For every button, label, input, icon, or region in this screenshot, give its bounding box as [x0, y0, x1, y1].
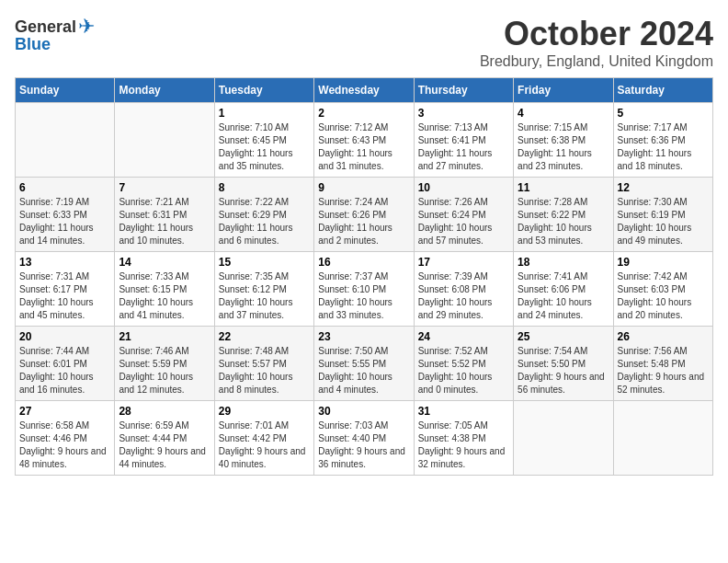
day-number: 26	[618, 330, 709, 343]
calendar-cell: 14Sunrise: 7:33 AM Sunset: 6:15 PM Dayli…	[115, 252, 214, 327]
day-number: 5	[618, 107, 709, 120]
day-number: 28	[119, 405, 210, 418]
weekday-header: Tuesday	[214, 78, 313, 103]
day-info: Sunrise: 7:50 AM Sunset: 5:55 PM Dayligh…	[318, 345, 409, 396]
day-info: Sunrise: 7:22 AM Sunset: 6:29 PM Dayligh…	[219, 196, 310, 247]
day-number: 24	[418, 330, 509, 343]
calendar-cell: 7Sunrise: 7:21 AM Sunset: 6:31 PM Daylig…	[115, 178, 214, 252]
day-info: Sunrise: 7:15 AM Sunset: 6:38 PM Dayligh…	[518, 121, 609, 173]
calendar-cell: 23Sunrise: 7:50 AM Sunset: 5:55 PM Dayli…	[314, 327, 414, 401]
day-info: Sunrise: 7:05 AM Sunset: 4:38 PM Dayligh…	[418, 419, 509, 471]
calendar-week-row: 13Sunrise: 7:31 AM Sunset: 6:17 PM Dayli…	[16, 252, 713, 327]
day-info: Sunrise: 7:10 AM Sunset: 6:45 PM Dayligh…	[219, 121, 310, 173]
day-number: 22	[219, 330, 310, 343]
day-number: 13	[19, 256, 110, 269]
day-number: 6	[19, 181, 110, 194]
day-number: 1	[219, 107, 310, 120]
logo-blue: Blue	[15, 35, 51, 54]
day-number: 12	[618, 181, 709, 194]
calendar-week-row: 1Sunrise: 7:10 AM Sunset: 6:45 PM Daylig…	[16, 103, 713, 178]
day-info: Sunrise: 7:56 AM Sunset: 5:48 PM Dayligh…	[618, 345, 709, 396]
day-info: Sunrise: 7:03 AM Sunset: 4:40 PM Dayligh…	[318, 419, 409, 471]
calendar-table: SundayMondayTuesdayWednesdayThursdayFrid…	[15, 77, 713, 476]
weekday-header: Wednesday	[314, 78, 414, 103]
day-info: Sunrise: 7:19 AM Sunset: 6:33 PM Dayligh…	[19, 196, 110, 247]
weekday-header: Monday	[115, 78, 214, 103]
day-number: 7	[119, 181, 210, 194]
calendar-cell	[514, 401, 613, 476]
day-number: 8	[219, 181, 310, 194]
calendar-cell: 21Sunrise: 7:46 AM Sunset: 5:59 PM Dayli…	[115, 327, 214, 401]
location-title: Bredbury, England, United Kingdom	[480, 53, 713, 70]
day-info: Sunrise: 7:01 AM Sunset: 4:42 PM Dayligh…	[219, 419, 310, 471]
day-number: 18	[518, 256, 609, 269]
day-number: 3	[418, 107, 509, 120]
day-number: 25	[518, 330, 609, 343]
calendar-week-row: 6Sunrise: 7:19 AM Sunset: 6:33 PM Daylig…	[16, 178, 713, 252]
day-number: 29	[219, 405, 310, 418]
page-header: General ✈ Blue October 2024 Bredbury, En…	[15, 15, 713, 70]
day-info: Sunrise: 7:28 AM Sunset: 6:22 PM Dayligh…	[518, 196, 609, 247]
day-number: 27	[19, 405, 110, 418]
calendar-cell: 27Sunrise: 6:58 AM Sunset: 4:46 PM Dayli…	[16, 401, 115, 476]
calendar-cell: 2Sunrise: 7:12 AM Sunset: 6:43 PM Daylig…	[314, 103, 414, 178]
weekday-header: Sunday	[16, 78, 115, 103]
day-info: Sunrise: 7:41 AM Sunset: 6:06 PM Dayligh…	[518, 270, 609, 322]
calendar-cell: 6Sunrise: 7:19 AM Sunset: 6:33 PM Daylig…	[16, 178, 115, 252]
day-info: Sunrise: 7:44 AM Sunset: 6:01 PM Dayligh…	[19, 345, 110, 396]
day-info: Sunrise: 7:42 AM Sunset: 6:03 PM Dayligh…	[618, 270, 709, 322]
day-info: Sunrise: 7:30 AM Sunset: 6:19 PM Dayligh…	[618, 196, 709, 247]
logo-bird-icon: ✈	[78, 15, 95, 39]
day-info: Sunrise: 7:24 AM Sunset: 6:26 PM Dayligh…	[318, 196, 409, 247]
day-number: 19	[618, 256, 709, 269]
day-number: 10	[418, 181, 509, 194]
calendar-cell: 28Sunrise: 6:59 AM Sunset: 4:44 PM Dayli…	[115, 401, 214, 476]
day-info: Sunrise: 7:35 AM Sunset: 6:12 PM Dayligh…	[219, 270, 310, 322]
day-info: Sunrise: 7:46 AM Sunset: 5:59 PM Dayligh…	[119, 345, 210, 396]
day-number: 21	[119, 330, 210, 343]
weekday-header: Friday	[514, 78, 613, 103]
title-section: October 2024 Bredbury, England, United K…	[480, 15, 713, 70]
weekday-header-row: SundayMondayTuesdayWednesdayThursdayFrid…	[16, 78, 713, 103]
day-info: Sunrise: 6:59 AM Sunset: 4:44 PM Dayligh…	[119, 419, 210, 471]
calendar-cell: 31Sunrise: 7:05 AM Sunset: 4:38 PM Dayli…	[414, 401, 513, 476]
calendar-week-row: 27Sunrise: 6:58 AM Sunset: 4:46 PM Dayli…	[16, 401, 713, 476]
day-info: Sunrise: 7:33 AM Sunset: 6:15 PM Dayligh…	[119, 270, 210, 322]
calendar-cell: 13Sunrise: 7:31 AM Sunset: 6:17 PM Dayli…	[16, 252, 115, 327]
day-info: Sunrise: 7:37 AM Sunset: 6:10 PM Dayligh…	[318, 270, 409, 322]
day-number: 20	[19, 330, 110, 343]
day-info: Sunrise: 7:26 AM Sunset: 6:24 PM Dayligh…	[418, 196, 509, 247]
day-info: Sunrise: 7:21 AM Sunset: 6:31 PM Dayligh…	[119, 196, 210, 247]
day-number: 16	[318, 256, 409, 269]
day-number: 31	[418, 405, 509, 418]
calendar-cell: 17Sunrise: 7:39 AM Sunset: 6:08 PM Dayli…	[414, 252, 513, 327]
day-number: 17	[418, 256, 509, 269]
logo: General ✈ Blue	[15, 15, 95, 54]
calendar-cell: 20Sunrise: 7:44 AM Sunset: 6:01 PM Dayli…	[16, 327, 115, 401]
calendar-cell: 5Sunrise: 7:17 AM Sunset: 6:36 PM Daylig…	[613, 103, 712, 178]
weekday-header: Saturday	[613, 78, 712, 103]
day-number: 9	[318, 181, 409, 194]
logo-general: General	[15, 17, 76, 37]
calendar-cell: 8Sunrise: 7:22 AM Sunset: 6:29 PM Daylig…	[214, 178, 313, 252]
day-info: Sunrise: 7:52 AM Sunset: 5:52 PM Dayligh…	[418, 345, 509, 396]
weekday-header: Thursday	[414, 78, 513, 103]
calendar-cell: 3Sunrise: 7:13 AM Sunset: 6:41 PM Daylig…	[414, 103, 513, 178]
calendar-cell	[613, 401, 712, 476]
day-info: Sunrise: 7:17 AM Sunset: 6:36 PM Dayligh…	[618, 121, 709, 173]
calendar-cell: 22Sunrise: 7:48 AM Sunset: 5:57 PM Dayli…	[214, 327, 313, 401]
calendar-cell: 10Sunrise: 7:26 AM Sunset: 6:24 PM Dayli…	[414, 178, 513, 252]
calendar-cell: 24Sunrise: 7:52 AM Sunset: 5:52 PM Dayli…	[414, 327, 513, 401]
calendar-cell: 11Sunrise: 7:28 AM Sunset: 6:22 PM Dayli…	[514, 178, 613, 252]
calendar-cell: 29Sunrise: 7:01 AM Sunset: 4:42 PM Dayli…	[214, 401, 313, 476]
day-info: Sunrise: 7:54 AM Sunset: 5:50 PM Dayligh…	[518, 345, 609, 396]
day-number: 2	[318, 107, 409, 120]
calendar-cell: 19Sunrise: 7:42 AM Sunset: 6:03 PM Dayli…	[613, 252, 712, 327]
day-number: 11	[518, 181, 609, 194]
calendar-cell: 1Sunrise: 7:10 AM Sunset: 6:45 PM Daylig…	[214, 103, 313, 178]
calendar-cell: 12Sunrise: 7:30 AM Sunset: 6:19 PM Dayli…	[613, 178, 712, 252]
calendar-cell: 4Sunrise: 7:15 AM Sunset: 6:38 PM Daylig…	[514, 103, 613, 178]
day-number: 14	[119, 256, 210, 269]
calendar-cell: 9Sunrise: 7:24 AM Sunset: 6:26 PM Daylig…	[314, 178, 414, 252]
calendar-cell: 30Sunrise: 7:03 AM Sunset: 4:40 PM Dayli…	[314, 401, 414, 476]
